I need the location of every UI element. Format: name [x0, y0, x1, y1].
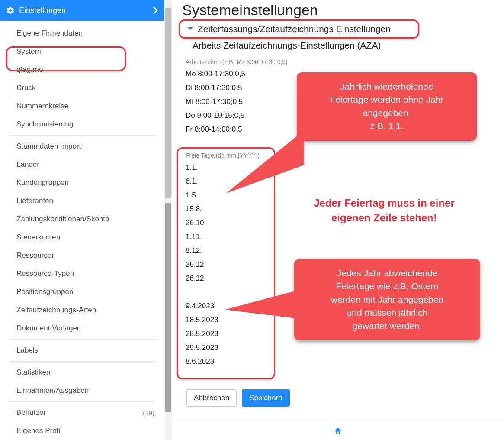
free-days-label: Freie Tage (dd.mm.[YYYY]) — [184, 147, 504, 161]
sidebar-list[interactable]: Eigene FirmendatenSystemqtag.meDruckNumm… — [0, 21, 164, 440]
gear-icon — [6, 6, 15, 15]
sidebar-item-einnahmen-ausgaben[interactable]: Einnahmen/Ausgaben — [0, 382, 164, 400]
sidebar-item-label: Statistiken — [16, 368, 50, 377]
page-title: Systemeinstellungen — [182, 2, 504, 19]
sidebar-header[interactable]: Einstellungen — [0, 0, 164, 21]
working-times-label: Arbeitszeiten (z.B. Mo 8:00-17:30;0,5) — [184, 53, 504, 67]
sidebar-item-label: Dokument Vorlagen — [16, 324, 81, 333]
annotation-callout-yearly: Jährlich wiederholende Feiertage werden … — [297, 72, 477, 141]
home-icon[interactable] — [334, 427, 342, 435]
sidebar-item-benutzer[interactable]: Benutzer(19) — [0, 404, 164, 422]
sidebar-item-statistiken[interactable]: Statistiken — [0, 363, 164, 382]
sidebar-item-label: Zeitaufzeichnungs-Arten — [16, 306, 96, 314]
sidebar-item-label: Druck — [16, 84, 35, 92]
sidebar-item-label: Stammdaten Import — [16, 142, 81, 151]
sidebar-item-label: System — [16, 47, 41, 56]
sidebar-item-dokument-vorlagen[interactable]: Dokument Vorlagen — [0, 319, 164, 337]
sidebar-item-label: Ressource-Typen — [16, 269, 74, 278]
save-button[interactable]: Speichern — [242, 389, 290, 407]
sidebar-item-label: Kundengruppen — [16, 178, 69, 187]
chevron-right-icon — [153, 6, 158, 14]
sidebar-item-eigenes-profil[interactable]: Eigenes Profil — [0, 422, 164, 440]
sidebar-item-labels[interactable]: Labels — [0, 341, 164, 359]
sidebar-item-synchronisierung[interactable]: Synchronisierung — [0, 115, 164, 133]
sidebar-item-label: Labels — [16, 346, 38, 355]
sidebar-title: Einstellungen — [19, 6, 66, 15]
annotation-callout-variable-year: Jedes Jahr abweichende Feiertage wie z.B… — [294, 259, 480, 340]
sidebar-item-label: Eigenes Profil — [16, 427, 62, 435]
sidebar: Einstellungen Eigene FirmendatenSystemqt… — [0, 0, 164, 440]
sidebar-item-system[interactable]: System — [0, 42, 164, 61]
sidebar-item-eigene-firmendaten[interactable]: Eigene Firmendaten — [0, 24, 164, 42]
sidebar-item-druck[interactable]: Druck — [0, 79, 164, 97]
sidebar-item-l-nder[interactable]: Länder — [0, 155, 164, 174]
sidebar-item-label: Steuerkonten — [16, 233, 60, 242]
cancel-button[interactable]: Abbrechen — [186, 389, 237, 407]
free-day-line: 8.6.2023 — [186, 355, 504, 369]
sidebar-item-kundengruppen[interactable]: Kundengruppen — [0, 174, 164, 192]
sidebar-item-label: Zahlungskonditionen/Skonto — [16, 215, 109, 223]
free-day-line: 1.1. — [186, 161, 504, 175]
free-day-line: 8.12. — [186, 244, 504, 258]
sidebar-item-label: Ressourcen — [16, 251, 56, 260]
sidebar-item-stammdaten-import[interactable]: Stammdaten Import — [0, 137, 164, 155]
accordion-title: Zeiterfassungs/Zeitaufzeichnungs Einstel… — [198, 24, 391, 34]
free-day-line: 1.11. — [186, 230, 504, 244]
free-day-line: 29.5.2023 — [186, 341, 504, 355]
sidebar-item-zahlungskonditionen-skonto[interactable]: Zahlungskonditionen/Skonto — [0, 210, 164, 228]
sidebar-item-positionsgruppen[interactable]: Positionsgruppen — [0, 283, 164, 301]
sidebar-item-label: Lieferanten — [16, 197, 53, 205]
sidebar-item-qtag-me[interactable]: qtag.me — [0, 61, 164, 79]
sub-heading-aza: Arbeits Zeitaufzeichnungs-Einstellungen … — [182, 38, 504, 53]
sidebar-item-zeitaufzeichnungs-arten[interactable]: Zeitaufzeichnungs-Arten — [0, 301, 164, 319]
sidebar-item-ressourcen[interactable]: Ressourcen — [0, 246, 164, 265]
sidebar-item-label: Eigene Firmendaten — [16, 29, 83, 38]
sidebar-item-label: Synchronisierung — [16, 120, 73, 129]
sidebar-item-label: Benutzer — [16, 408, 46, 417]
sidebar-item-label: Länder — [16, 160, 39, 169]
annotation-note-one-per-line: Jeder Feiertag muss in einer eigenen Zei… — [289, 196, 479, 225]
sidebar-item-nummernkreise[interactable]: Nummernkreise — [0, 97, 164, 115]
sidebar-item-label: Nummernkreise — [16, 102, 68, 110]
chevron-down-icon — [187, 27, 193, 31]
sidebar-item-label: Einnahmen/Ausgaben — [16, 386, 89, 395]
sidebar-item-label: Positionsgruppen — [16, 288, 73, 296]
footer-bar — [172, 421, 504, 440]
scrollbar[interactable] — [164, 0, 172, 440]
sidebar-item-badge: (19) — [143, 409, 154, 417]
sidebar-item-lieferanten[interactable]: Lieferanten — [0, 192, 164, 210]
free-day-line: 6.1. — [186, 175, 504, 188]
accordion-header-time-tracking[interactable]: Zeiterfassungs/Zeitaufzeichnungs Einstel… — [182, 20, 504, 38]
sidebar-item-label: qtag.me — [16, 65, 43, 74]
sidebar-item-ressource-typen[interactable]: Ressource-Typen — [0, 265, 164, 283]
sidebar-item-steuerkonten[interactable]: Steuerkonten — [0, 228, 164, 246]
